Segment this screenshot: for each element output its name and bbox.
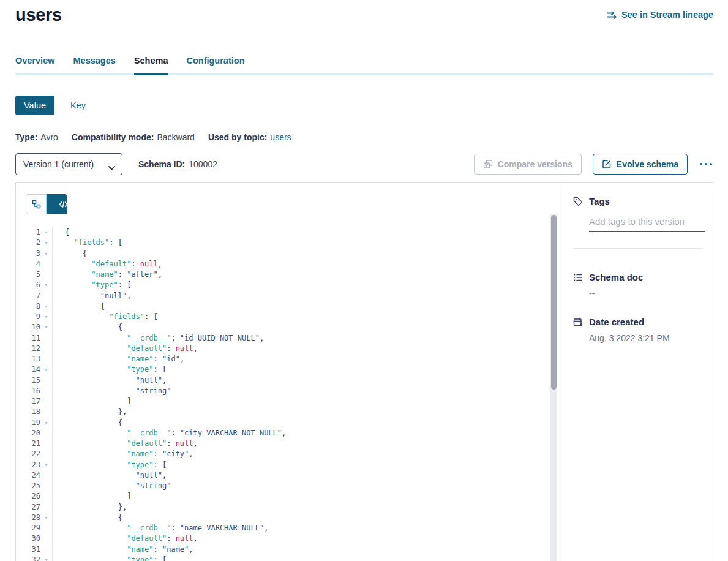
code-text[interactable]: "name": "id", xyxy=(52,354,563,364)
ellipsis-dot xyxy=(710,163,712,165)
code-text[interactable]: "default": null, xyxy=(52,259,563,269)
line-number: 3 xyxy=(16,249,40,259)
code-text[interactable]: "default": null, xyxy=(52,344,563,354)
fold-toggle-icon[interactable]: ▾ xyxy=(40,227,52,238)
add-tags-input[interactable] xyxy=(589,216,705,232)
code-text[interactable]: "fields": [ xyxy=(52,238,563,248)
see-in-stream-lineage-link[interactable]: See in Stream lineage xyxy=(607,10,713,20)
line-number: 30 xyxy=(16,533,40,544)
value-toggle-button[interactable]: Value xyxy=(15,96,54,115)
line-number: 10 xyxy=(16,322,40,333)
line-number: 17 xyxy=(16,396,40,407)
code-lines: 1▾{2▾ "fields": [3▾ {4 "default": null,5… xyxy=(16,227,563,561)
schema-code-editor[interactable]: 1▾{2▾ "fields": [3▾ {4 "default": null,5… xyxy=(16,227,563,561)
code-text[interactable]: }, xyxy=(52,407,563,417)
ellipsis-dot xyxy=(705,163,707,165)
schema-doc-value: -- xyxy=(589,288,703,298)
evolve-schema-button[interactable]: Evolve schema xyxy=(593,154,688,175)
tab-bar: Overview Messages Schema Configuration xyxy=(15,52,713,75)
code-line: 7 "null", xyxy=(16,291,563,301)
code-text[interactable]: "default": null, xyxy=(52,439,563,449)
fold-spacer xyxy=(40,375,52,386)
fold-toggle-icon[interactable]: ▾ xyxy=(40,238,52,248)
fold-spacer xyxy=(40,533,52,544)
code-text[interactable]: ] xyxy=(52,396,563,407)
fold-toggle-icon[interactable]: ▾ xyxy=(40,312,52,322)
code-text[interactable]: "type": [ xyxy=(52,460,563,470)
code-text[interactable]: "string" xyxy=(52,481,563,491)
code-line: 26 ] xyxy=(16,491,563,502)
fold-toggle-icon[interactable]: ▾ xyxy=(40,322,52,333)
fold-toggle-icon[interactable]: ▾ xyxy=(40,555,52,561)
code-text[interactable]: "__crdb__": "id UUID NOT NULL", xyxy=(52,333,563,344)
code-text[interactable]: "name": "after", xyxy=(52,269,563,280)
code-text[interactable]: { xyxy=(52,322,563,333)
fold-toggle-icon[interactable]: ▾ xyxy=(40,280,52,290)
version-select[interactable]: Version 1 (current) xyxy=(15,153,122,175)
schema-code-column: 1▾{2▾ "fields": [3▾ {4 "default": null,5… xyxy=(16,183,563,561)
code-line: 29 "__crdb__": "name VARCHAR NULL", xyxy=(16,523,563,533)
code-view-button[interactable] xyxy=(47,194,67,214)
code-text[interactable]: "name": "name", xyxy=(52,544,563,555)
tab-messages[interactable]: Messages xyxy=(73,52,116,75)
code-line: 13 "name": "id", xyxy=(16,354,563,364)
code-line: 24 "null", xyxy=(16,470,563,481)
code-text[interactable]: "null", xyxy=(52,470,563,481)
schema-page: users See in Stream lineage Overview Mes… xyxy=(0,0,728,561)
fold-toggle-icon[interactable]: ▾ xyxy=(40,418,52,428)
code-text[interactable]: "string" xyxy=(52,386,563,396)
code-text[interactable]: { xyxy=(52,301,563,312)
editor-scrollbar-thumb[interactable] xyxy=(551,215,557,390)
code-text[interactable]: { xyxy=(52,227,563,238)
tree-view-button[interactable] xyxy=(26,194,47,214)
code-text[interactable]: { xyxy=(52,249,563,259)
code-text[interactable]: ] xyxy=(52,491,563,502)
fold-spacer xyxy=(40,481,52,491)
code-text[interactable]: "type": [ xyxy=(52,364,563,375)
code-text[interactable]: { xyxy=(52,418,563,428)
schema-actions: Compare versions Evolve schema xyxy=(474,154,713,175)
code-text[interactable]: "__crdb__": "name VARCHAR NULL", xyxy=(52,523,563,533)
fold-toggle-icon[interactable]: ▾ xyxy=(40,460,52,470)
compare-versions-button[interactable]: Compare versions xyxy=(474,154,582,175)
line-number: 8 xyxy=(16,301,40,312)
code-text[interactable]: { xyxy=(52,513,563,523)
tab-schema[interactable]: Schema xyxy=(134,52,168,75)
more-options-button[interactable] xyxy=(699,160,713,168)
fold-toggle-icon[interactable]: ▾ xyxy=(40,513,52,523)
code-text[interactable]: "null", xyxy=(52,375,563,386)
code-text[interactable]: "default": null, xyxy=(52,533,563,544)
version-select-wrap: Version 1 (current) xyxy=(15,153,122,175)
code-text[interactable]: }, xyxy=(52,502,563,513)
tree-view-icon xyxy=(32,200,41,209)
type-value: Avro xyxy=(40,132,58,142)
tab-configuration[interactable]: Configuration xyxy=(186,52,244,75)
code-text[interactable]: "null", xyxy=(52,291,563,301)
code-text[interactable]: "__crdb__": "city VARCHAR NOT NULL", xyxy=(52,428,563,439)
tab-overview[interactable]: Overview xyxy=(15,52,55,75)
code-line: 2▾ "fields": [ xyxy=(16,238,563,248)
used-by-topic-link[interactable]: users xyxy=(270,132,291,142)
schema-controls-row: Version 1 (current) Schema ID: 100002 Co… xyxy=(15,153,713,175)
code-line: 5 "name": "after", xyxy=(16,269,563,280)
key-toggle-button[interactable]: Key xyxy=(70,100,86,110)
code-text[interactable]: "type": [ xyxy=(52,280,563,290)
compare-icon xyxy=(483,159,493,169)
fold-spacer xyxy=(40,491,52,502)
page-header: users See in Stream lineage xyxy=(15,0,713,25)
fold-toggle-icon[interactable]: ▾ xyxy=(40,301,52,312)
fold-toggle-icon[interactable]: ▾ xyxy=(40,364,52,375)
code-text[interactable]: "type": [ xyxy=(52,555,563,561)
fold-toggle-icon[interactable]: ▾ xyxy=(40,249,52,259)
code-text[interactable]: "name": "city", xyxy=(52,449,563,459)
schema-id-label: Schema ID: xyxy=(138,159,185,169)
line-number: 31 xyxy=(16,544,40,555)
code-text[interactable]: "fields": [ xyxy=(52,312,563,322)
line-number: 6 xyxy=(16,280,40,290)
line-number: 28 xyxy=(16,513,40,523)
line-number: 5 xyxy=(16,269,40,280)
editor-scrollbar-track[interactable] xyxy=(550,214,557,561)
fold-spacer xyxy=(40,449,52,459)
stream-lineage-icon xyxy=(607,10,617,20)
date-created-heading-row: Date created xyxy=(573,317,703,327)
